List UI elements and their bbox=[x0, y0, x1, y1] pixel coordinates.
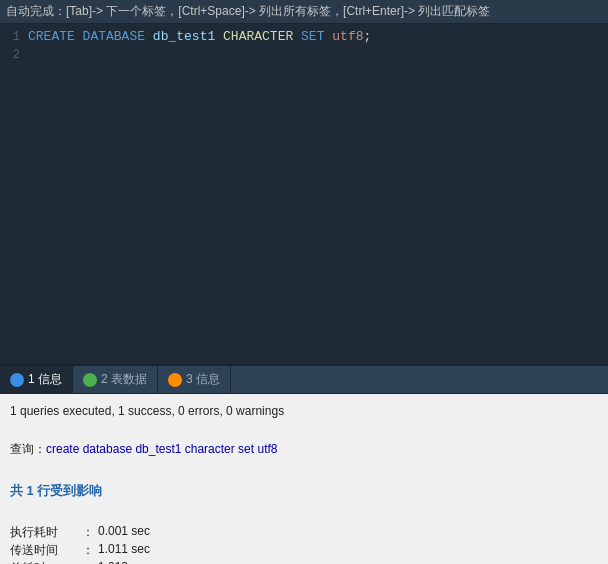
timing-label-0: 执行耗时 bbox=[10, 524, 82, 541]
token-semicolon: ; bbox=[364, 29, 372, 44]
line-number-2: 2 bbox=[0, 46, 28, 64]
tab-msg[interactable]: 3 信息 bbox=[158, 366, 231, 393]
token-database: DATABASE bbox=[83, 29, 153, 44]
line-number-1: 1 bbox=[0, 28, 28, 46]
tab-icon-msg bbox=[168, 373, 182, 387]
query-label: 查询： bbox=[10, 442, 46, 456]
timing-label-2: 总耗时 bbox=[10, 560, 82, 564]
empty-row-1 bbox=[10, 422, 598, 440]
timing-colon-0: ： bbox=[82, 524, 98, 541]
token-utf8: utf8 bbox=[332, 29, 363, 44]
timing-value-2: 1.013 sec bbox=[98, 560, 150, 564]
token-character: CHARACTER bbox=[223, 29, 301, 44]
tab-bar: 1 信息 2 表数据 3 信息 bbox=[0, 366, 608, 394]
tab-tabledata[interactable]: 2 表数据 bbox=[73, 366, 158, 393]
token-dbname: db_test1 bbox=[153, 29, 223, 44]
result-affected: 共 1 行受到影响 bbox=[10, 482, 598, 500]
autocomplete-bar: 自动完成：[Tab]-> 下一个标签，[Ctrl+Space]-> 列出所有标签… bbox=[0, 0, 608, 24]
result-query: 查询：create database db_test1 character se… bbox=[10, 440, 598, 458]
timing-row-1: 传送时间 ： 1.011 sec bbox=[10, 542, 598, 559]
timing-label-1: 传送时间 bbox=[10, 542, 82, 559]
timing-value-0: 0.001 sec bbox=[98, 524, 150, 541]
code-line-2: 2 bbox=[0, 46, 608, 64]
query-content: create database db_test1 character set u… bbox=[46, 442, 277, 456]
tab-icon-info bbox=[10, 373, 24, 387]
results-area: 1 queries executed, 1 success, 0 errors,… bbox=[0, 394, 608, 564]
timing-row-0: 执行耗时 ： 0.001 sec bbox=[10, 524, 598, 541]
token-create: CREATE bbox=[28, 29, 83, 44]
empty-row-3 bbox=[10, 506, 598, 524]
result-summary: 1 queries executed, 1 success, 0 errors,… bbox=[10, 402, 598, 420]
editor-area[interactable]: 1 CREATE DATABASE db_test1 CHARACTER SET… bbox=[0, 24, 608, 364]
bottom-panel: 1 信息 2 表数据 3 信息 1 queries executed, 1 su… bbox=[0, 364, 608, 564]
tab-label-info: 1 信息 bbox=[28, 371, 62, 388]
timing-row-2: 总耗时 ： 1.013 sec bbox=[10, 560, 598, 564]
code-line-1: 1 CREATE DATABASE db_test1 CHARACTER SET… bbox=[0, 28, 608, 46]
tab-info[interactable]: 1 信息 bbox=[0, 366, 73, 393]
timing-colon-1: ： bbox=[82, 542, 98, 559]
timing-value-1: 1.011 sec bbox=[98, 542, 150, 559]
token-set: SET bbox=[301, 29, 332, 44]
tab-icon-tabledata bbox=[83, 373, 97, 387]
autocomplete-text: 自动完成：[Tab]-> 下一个标签，[Ctrl+Space]-> 列出所有标签… bbox=[6, 4, 490, 18]
tab-label-msg: 3 信息 bbox=[186, 371, 220, 388]
timing-colon-2: ： bbox=[82, 560, 98, 564]
line-content-1: CREATE DATABASE db_test1 CHARACTER SET u… bbox=[28, 28, 608, 46]
empty-row-2 bbox=[10, 462, 598, 480]
line-content-2 bbox=[28, 46, 608, 64]
tab-label-tabledata: 2 表数据 bbox=[101, 371, 147, 388]
